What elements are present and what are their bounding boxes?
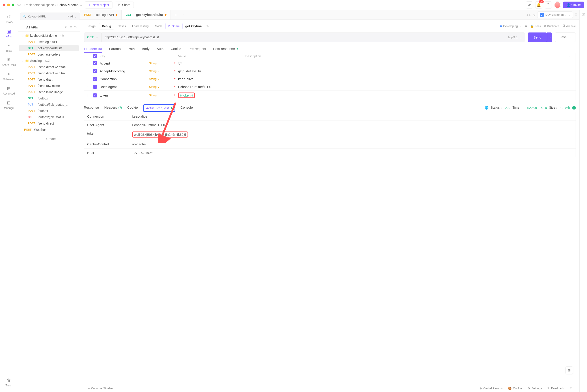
send-button[interactable]: Send — [528, 32, 547, 42]
folder-keyboardlist[interactable]: ⌄📁keyboardList-demo (3) — [18, 32, 80, 39]
api-item[interactable]: PUT/outbox/{job_status_... — [18, 102, 80, 108]
stab-path[interactable]: Path — [127, 45, 135, 53]
type-select[interactable]: String ⌄ — [149, 70, 172, 73]
nav-tests[interactable]: ⚭Tests — [0, 41, 18, 54]
tab-user-login[interactable]: POSTuser login API — [80, 10, 122, 20]
api-item[interactable]: POST/send draft — [18, 76, 80, 83]
api-item[interactable]: DEL/outbox/{job_status_... — [18, 114, 80, 120]
nav-share-docs[interactable]: 🗎Share Docs — [0, 56, 18, 68]
stab-params[interactable]: Params — [109, 45, 121, 53]
settings-button[interactable]: ⚙ Settings — [528, 386, 542, 390]
api-item[interactable]: POST/send direct — [18, 120, 80, 126]
header-value[interactable]: */* — [178, 62, 245, 65]
api-item[interactable]: POST/send direct w/ attac... — [18, 64, 80, 70]
nav-manage[interactable]: ⊡Manage — [0, 98, 18, 111]
sync-icon[interactable]: ⟳ — [526, 1, 533, 8]
global-params-button[interactable]: ⊕ Global Params — [480, 386, 502, 390]
new-tab-button[interactable]: ＋ — [171, 12, 181, 18]
nav-history[interactable]: ↺History — [0, 12, 18, 26]
api-item[interactable]: POST/send inline image — [18, 89, 80, 95]
nav-trash[interactable]: 🗑Trash — [0, 376, 18, 389]
header-value[interactable]: {{token}} — [178, 92, 195, 98]
vtab-share[interactable]: ⇱Share — [165, 23, 182, 29]
tab-overflow-button[interactable]: ⋯ — [181, 13, 189, 16]
nav-apis[interactable]: ▣APIs — [0, 27, 18, 40]
vtab-loadtest[interactable]: Load Testing — [130, 23, 152, 29]
edit-icon[interactable]: ✎ — [206, 24, 209, 28]
avatar[interactable] — [554, 2, 561, 8]
tab-prev-icon[interactable]: ◂ — [526, 13, 528, 16]
align-icon[interactable]: ⇆ — [525, 24, 527, 28]
target-icon[interactable]: ◎ — [533, 13, 536, 16]
url-input[interactable] — [105, 36, 506, 39]
expand-panel-button[interactable]: ⊞ — [566, 366, 573, 374]
type-select[interactable]: String ⌄ — [149, 62, 172, 65]
list-icon[interactable]: ☰ — [575, 13, 578, 16]
duplicate-button[interactable]: ⧉Duplicate — [544, 24, 559, 28]
api-item[interactable]: POSTuser login API — [18, 39, 80, 45]
row-checkbox[interactable]: ✓ — [93, 77, 97, 81]
workspace-name[interactable]: Frank personal space — [24, 3, 54, 7]
minimize-icon[interactable] — [7, 4, 10, 6]
vtab-debug[interactable]: Debug — [99, 23, 114, 29]
help-icon[interactable]: ？ — [569, 386, 572, 390]
nav-schemas[interactable]: ⚬Schemas — [0, 70, 18, 83]
row-checkbox[interactable]: ✓ — [93, 69, 97, 73]
api-item[interactable]: POST/outbox — [18, 108, 80, 114]
drag-handle-icon[interactable]: ⋮⋮ — [86, 62, 93, 65]
send-dropdown[interactable]: ⌄ — [547, 32, 552, 42]
row-checkbox[interactable]: ✓ — [93, 94, 97, 98]
sort-icon[interactable]: ⇅ — [74, 25, 77, 29]
folder-sending[interactable]: ⌄📁Sending (10) — [18, 58, 80, 64]
stab-cookie[interactable]: Cookie — [170, 45, 182, 53]
invite-button[interactable]: 👤⁺ Invite — [563, 2, 584, 8]
http-version-select[interactable]: http/1.1⌄ — [508, 36, 522, 39]
row-checkbox[interactable]: ✓ — [93, 61, 97, 65]
rtab-headers[interactable]: Headers(3) — [104, 104, 122, 112]
filter-select[interactable]: All ⌄ — [67, 15, 78, 18]
drag-handle-icon[interactable]: ⋮⋮ — [86, 94, 93, 97]
row-more-icon[interactable]: ⋯ — [566, 54, 573, 58]
info-icon[interactable]: ⓘ — [582, 12, 585, 16]
stab-prerequest[interactable]: Pre-request — [188, 45, 206, 53]
download-icon[interactable]: ↓ — [572, 106, 576, 110]
all-apis-header[interactable]: ☰ All APIs ⟳ ⊕ ⇅ — [18, 23, 80, 32]
close-icon[interactable] — [3, 4, 6, 6]
new-project-button[interactable]: ＋ New project — [85, 1, 112, 8]
api-status-select[interactable]: Developing ⌄ — [500, 24, 522, 28]
search-field[interactable] — [28, 15, 66, 18]
vtab-cases[interactable]: Cases — [115, 23, 128, 29]
search-input[interactable]: 🔍 All ⌄ — [20, 12, 80, 20]
project-name[interactable]: EchoAPI demo — [58, 3, 78, 7]
api-item[interactable]: POSTpurchase orders — [18, 51, 80, 58]
header-key[interactable]: Accept — [100, 62, 149, 65]
stab-postresponse[interactable]: Post-response — [212, 45, 238, 53]
header-key[interactable]: Connection — [100, 77, 149, 81]
nav-advanced[interactable]: ⊞Advanced — [0, 84, 18, 97]
method-select[interactable]: GET⌄ — [84, 32, 102, 42]
header-value[interactable]: EchoapiRuntime/1.1.0 — [178, 85, 245, 89]
api-item[interactable]: POST/send raw mime — [18, 83, 80, 89]
header-key[interactable]: User-Agent — [100, 85, 149, 89]
drag-handle-icon[interactable]: ⋮⋮ — [86, 69, 93, 73]
header-value[interactable]: keep-alive — [178, 77, 245, 81]
tab-get-keyboards[interactable]: GETget keyboardsList — [122, 10, 171, 20]
share-project-button[interactable]: ⇱ Share — [115, 2, 134, 8]
drag-handle-icon[interactable]: ⋮⋮ — [86, 77, 93, 81]
tab-next-icon[interactable]: ▸ — [530, 13, 531, 16]
header-value[interactable]: gzip, deflate, br — [178, 69, 245, 73]
api-item[interactable]: GETget keyboardsList — [19, 45, 79, 51]
rtab-cookie[interactable]: Cookie — [127, 104, 138, 112]
drag-handle-icon[interactable]: ⋮⋮ — [86, 85, 93, 88]
rtab-response[interactable]: Response — [84, 104, 99, 112]
api-item[interactable]: POST/send direct with tra... — [18, 70, 80, 76]
api-name-input[interactable] — [185, 24, 206, 28]
vtab-design[interactable]: Design — [84, 23, 98, 29]
refresh-icon[interactable]: ⟳ — [65, 25, 68, 29]
maximize-icon[interactable] — [12, 4, 14, 6]
cookie-button[interactable]: 🍪 Cookie — [508, 386, 522, 390]
api-item[interactable]: GET/outbox — [18, 95, 80, 102]
rtab-actual-request[interactable]: Actual Request — [143, 104, 175, 112]
header-key[interactable]: token — [100, 94, 149, 97]
collapse-sidebar-button[interactable]: ← Collapse Sidebar — [88, 386, 113, 390]
